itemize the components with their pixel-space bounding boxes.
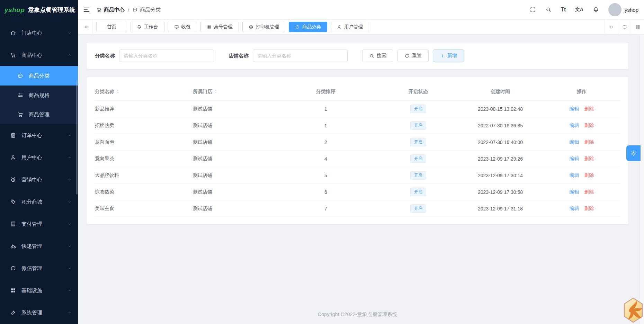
tabs-refresh-button[interactable] xyxy=(618,20,631,35)
sidebar-item-label: 快递管理 xyxy=(21,243,68,250)
tabs-layout-button[interactable] xyxy=(631,20,644,35)
tab-user-manage[interactable]: 用户管理 xyxy=(331,22,369,32)
cell-sort-order: 2 xyxy=(272,140,379,145)
tab-goods-category[interactable]: 商品分类 xyxy=(289,22,327,32)
plus-icon xyxy=(440,53,445,58)
edit-link[interactable]: 编辑 xyxy=(570,106,579,111)
tabs-scroll-right-button[interactable] xyxy=(605,20,618,35)
collapse-sidebar-button[interactable] xyxy=(83,6,90,14)
username: yshop xyxy=(625,7,638,13)
delete-link[interactable]: 删除 xyxy=(584,106,594,111)
translate-button[interactable]: 文A xyxy=(575,7,583,13)
add-button[interactable]: 新增 xyxy=(433,50,464,62)
tab-table-manage[interactable]: 桌号管理 xyxy=(200,22,239,32)
cell-store-name: 测试店铺 xyxy=(193,106,272,112)
sidebar-item-label: 门店中心 xyxy=(21,30,68,36)
column-header-1[interactable]: 所属门店 xyxy=(193,89,272,95)
tab-label: 收银 xyxy=(181,24,191,30)
cell-created-time: 2023-12-09 17:30:14 xyxy=(457,173,543,178)
chev-down-icon xyxy=(68,310,72,315)
gear-icon xyxy=(630,150,637,156)
sidebar-item-order-center[interactable]: 订单中心 xyxy=(0,124,78,146)
header-search-button[interactable] xyxy=(545,7,552,13)
bike-icon xyxy=(10,243,16,249)
sidebar-item-marketing-center[interactable]: 营销中心 xyxy=(0,169,78,191)
user-icon xyxy=(337,25,342,29)
delete-link[interactable]: 删除 xyxy=(584,172,594,178)
sidebar-submenu: 商品分类商品规格商品管理 xyxy=(0,66,78,124)
sidebar-scrollbar-thumb[interactable] xyxy=(76,80,78,195)
cell-category-name: 意向面包 xyxy=(95,139,193,145)
tabs: 首页工作台收银桌号管理打印机管理商品分类用户管理 xyxy=(93,22,605,32)
cell-category-name: 招牌热卖 xyxy=(95,123,193,129)
fullscreen-button[interactable] xyxy=(530,7,536,13)
grid-icon xyxy=(207,25,212,29)
tab-label: 商品分类 xyxy=(302,24,321,30)
sidebar-item-express-manage[interactable]: 快递管理 xyxy=(0,235,78,257)
sidebar-item-infrastructure[interactable]: 基础设施 xyxy=(0,279,78,302)
cell-category-name: 美味主食 xyxy=(95,206,193,212)
sidebar-item-user-center[interactable]: 用户中心 xyxy=(0,146,78,169)
cell-created-time: 2023-12-09 17:30:58 xyxy=(457,189,543,195)
sidebar-item-goods-center[interactable]: 商品中心 xyxy=(0,44,78,66)
chev-down-icon xyxy=(68,178,72,182)
edit-link[interactable]: 编辑 xyxy=(570,123,579,128)
sidebar-item-label: 微信管理 xyxy=(21,265,68,272)
cell-status: 开启 xyxy=(379,171,457,179)
tab-printer-manage[interactable]: 打印机管理 xyxy=(242,22,286,32)
cell-sort-order: 7 xyxy=(272,206,379,212)
chev-down-icon xyxy=(68,222,72,226)
app-root: yshop 意象点餐管理系统 门店中心商品中心商品分类商品规格商品管理订单中心用… xyxy=(0,0,644,324)
refresh-icon xyxy=(622,24,627,30)
tab-workbench[interactable]: 工作台 xyxy=(131,22,164,32)
page-scrollbar[interactable] xyxy=(639,35,644,324)
bird-logo-badge[interactable] xyxy=(623,297,643,323)
sidebar-item-goods-category[interactable]: 商品分类 xyxy=(0,66,78,86)
sidebar-item-goods-spec[interactable]: 商品规格 xyxy=(0,86,78,105)
column-header-0[interactable]: 分类名称 xyxy=(95,89,193,95)
font-size-button[interactable]: Tt xyxy=(561,7,566,13)
sidebar-item-goods-manage[interactable]: 商品管理 xyxy=(0,105,78,124)
sidebar-item-wechat-manage[interactable]: 微信管理 xyxy=(0,257,78,279)
category-name-input[interactable] xyxy=(119,50,214,62)
bell-icon xyxy=(593,7,599,13)
settings-fab-button[interactable] xyxy=(626,145,641,161)
reset-button[interactable]: 重置 xyxy=(397,50,429,62)
topbar: 商品中心 / 商品分类 Tt 文A yshop xyxy=(78,0,644,20)
cell-category-name: 惊喜热菜 xyxy=(95,189,193,195)
tab-home[interactable]: 首页 xyxy=(96,22,127,32)
breadcrumb-parent[interactable]: 商品中心 xyxy=(96,7,125,13)
sidebar-item-points-mall[interactable]: 积分商城 xyxy=(0,191,78,213)
cell-sort-order: 1 xyxy=(272,106,379,112)
home-icon xyxy=(10,30,16,36)
edit-link[interactable]: 编辑 xyxy=(570,206,579,211)
sidebar-item-store-center[interactable]: 门店中心 xyxy=(0,22,78,44)
sidebar-item-system-manage[interactable]: 系统管理 xyxy=(0,302,78,324)
user-icon xyxy=(10,154,16,161)
notifications-button[interactable] xyxy=(593,7,599,13)
tab-cashier[interactable]: 收银 xyxy=(168,22,197,32)
store-name-input[interactable] xyxy=(253,50,348,62)
chev-up-icon xyxy=(68,53,72,57)
status-badge: 开启 xyxy=(410,138,426,146)
breadcrumb-parent-label: 商品中心 xyxy=(104,7,125,13)
chat-icon xyxy=(17,73,24,79)
sidebar-item-payment-manage[interactable]: 支付管理 xyxy=(0,213,78,235)
edit-link[interactable]: 编辑 xyxy=(570,156,579,161)
cart-icon xyxy=(10,52,16,58)
tabs-scroll-left-button[interactable] xyxy=(80,20,93,35)
delete-link[interactable]: 删除 xyxy=(584,206,594,211)
edit-link[interactable]: 编辑 xyxy=(570,172,579,178)
edit-link[interactable]: 编辑 xyxy=(570,139,579,145)
delete-link[interactable]: 删除 xyxy=(584,123,594,128)
table-row: 新品推荐测试店铺1开启2023-08-15 13:02:48编辑删除 xyxy=(95,101,620,117)
delete-link[interactable]: 删除 xyxy=(584,156,594,161)
cell-sort-order: 5 xyxy=(272,173,379,178)
search-button[interactable]: 搜索 xyxy=(362,50,393,62)
edit-link[interactable]: 编辑 xyxy=(570,189,579,195)
delete-link[interactable]: 删除 xyxy=(584,189,594,195)
delete-link[interactable]: 删除 xyxy=(584,139,594,145)
sidebar-item-label: 系统管理 xyxy=(21,309,68,316)
status-badge: 开启 xyxy=(410,154,426,163)
user-menu[interactable]: yshop xyxy=(608,3,638,16)
